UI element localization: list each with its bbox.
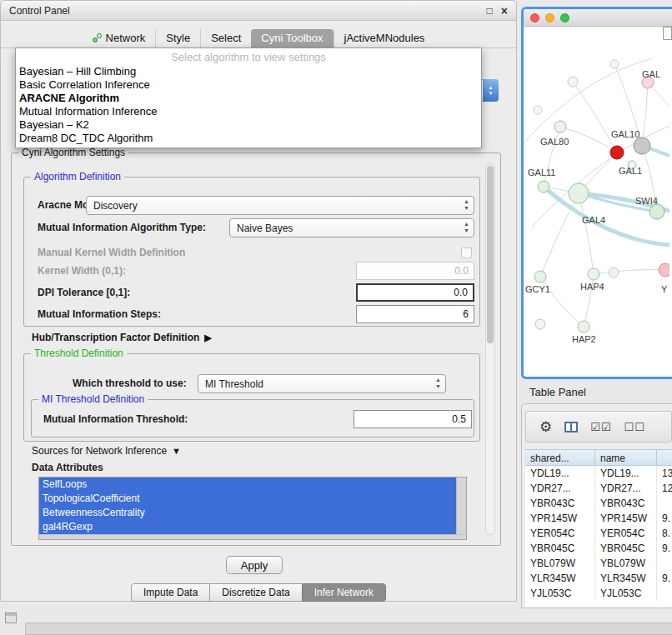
table-row[interactable]: YBR043CYBR043C xyxy=(525,496,672,511)
hub-definition-label: Hub/Transcription Factor Definition xyxy=(32,332,199,343)
network-node[interactable] xyxy=(634,138,650,154)
network-node-label: SWI4 xyxy=(635,196,658,206)
bottom-scrollbar-strip[interactable] xyxy=(25,622,672,635)
chevron-down-icon: ▼ xyxy=(172,446,181,456)
network-node[interactable] xyxy=(609,268,619,278)
close-traffic-light-icon[interactable] xyxy=(530,13,539,22)
mi-steps-label: Mutual Information Steps: xyxy=(38,305,161,324)
algorithm-option[interactable]: Dream8 DC_TDC Algorithm xyxy=(16,132,481,145)
collapsed-panel-icon[interactable] xyxy=(5,612,17,623)
network-edge[interactable] xyxy=(544,127,560,187)
table-row[interactable]: YDL19...YDL19...13 xyxy=(525,466,672,481)
network-edge[interactable] xyxy=(594,270,665,274)
hub-definition-header[interactable]: Hub/Transcription Factor Definition ▶ xyxy=(32,332,212,343)
bottom-tab-infer-network[interactable]: Infer Network xyxy=(302,583,386,602)
tab-label: Network xyxy=(106,32,146,44)
network-edge[interactable] xyxy=(579,193,594,274)
table-row[interactable]: YER054CYER054C8. xyxy=(525,526,672,541)
sources-header[interactable]: Sources for Network Inference ▼ xyxy=(32,445,181,457)
tab-cyni-toolbox[interactable]: Cyni Toolbox xyxy=(251,29,333,48)
data-attribute-item[interactable]: gal4RGexp xyxy=(39,520,456,534)
table-cell: YER054C xyxy=(595,526,657,541)
table-column-header[interactable]: name xyxy=(595,450,657,465)
gear-icon[interactable]: ⚙ xyxy=(539,420,552,434)
manual-kernel-width-checkbox[interactable] xyxy=(461,248,472,258)
tab-select[interactable]: Select xyxy=(200,29,251,48)
table-row[interactable]: YBR045CYBR045C9. xyxy=(525,541,672,556)
network-node-label: GAL4 xyxy=(582,215,605,225)
network-node[interactable] xyxy=(610,60,619,68)
mi-threshold-label: Mutual Information Threshold: xyxy=(43,410,188,429)
bottom-tab-discretize-data[interactable]: Discretize Data xyxy=(209,583,302,602)
table-row[interactable]: YJL053CYJL053C xyxy=(525,586,672,601)
minimize-traffic-light-icon[interactable] xyxy=(545,13,554,22)
settings-scrollbar[interactable] xyxy=(485,163,495,535)
network-node-gal80[interactable] xyxy=(554,121,566,132)
network-node-swi4[interactable] xyxy=(649,204,664,219)
table-cell: YDR27... xyxy=(525,481,595,496)
columns-icon[interactable] xyxy=(564,422,578,432)
network-window-titlebar[interactable] xyxy=(524,9,672,27)
combo-arrows-icon: ▲▼ xyxy=(435,377,441,390)
float-window-icon[interactable]: □ xyxy=(487,5,493,17)
data-attribute-item[interactable]: SelfLoops xyxy=(39,478,456,492)
algorithm-option[interactable]: Bayesian – Hill Climbing xyxy=(16,65,481,78)
network-node-gcy1[interactable] xyxy=(534,271,546,282)
table-cell: YJL053C xyxy=(525,586,595,601)
network-edge[interactable] xyxy=(540,193,579,277)
bottom-tab-impute-data[interactable]: Impute Data xyxy=(131,583,210,602)
table-cell xyxy=(657,556,672,571)
dpi-tolerance-input[interactable] xyxy=(356,283,474,302)
select-all-icon[interactable]: ☑☑ xyxy=(590,421,611,433)
control-panel-titlebar[interactable]: Control Panel □ × xyxy=(1,1,516,21)
tab-label: Select xyxy=(211,32,241,44)
mi-steps-input[interactable] xyxy=(356,305,474,323)
network-canvas[interactable]: GAL80GAL10GAL11GAL1SWI4GAL4GCY1HAP4HAP2Y… xyxy=(524,27,669,379)
network-overview-button[interactable] xyxy=(663,27,672,40)
table-row[interactable]: YPR145WYPR145W9. xyxy=(525,511,672,526)
settings-scrollbar-thumb[interactable] xyxy=(487,166,494,343)
network-node[interactable] xyxy=(568,77,578,87)
which-threshold-label: Which threshold to use: xyxy=(73,374,187,393)
zoom-traffic-light-icon[interactable] xyxy=(560,13,569,22)
which-threshold-combo[interactable]: MI Threshold ▲▼ xyxy=(198,374,446,393)
algorithm-option[interactable]: Mutual Information Inference xyxy=(16,105,481,118)
network-node-label: GAL xyxy=(642,69,660,79)
list-horizontal-scrollbar[interactable] xyxy=(39,534,466,539)
network-node-gal11[interactable] xyxy=(538,181,549,192)
table-row[interactable]: YDR27...YDR27...12 xyxy=(525,481,672,496)
data-attribute-item[interactable]: BetweennessCentrality xyxy=(39,506,456,520)
table-row[interactable]: YLR345WYLR345W9. xyxy=(525,571,672,586)
table-cell: YBR045C xyxy=(595,541,657,556)
algorithm-option[interactable]: Basic Correlation Inference xyxy=(16,78,481,92)
table-column-header[interactable]: shared... xyxy=(525,450,595,465)
mi-threshold-input[interactable] xyxy=(354,410,472,428)
network-node[interactable] xyxy=(535,319,545,329)
network-node-hap2[interactable] xyxy=(578,321,589,332)
list-vertical-scrollbar[interactable] xyxy=(456,478,466,534)
apply-button[interactable]: Apply xyxy=(226,556,283,574)
network-node-gal10[interactable] xyxy=(610,146,624,159)
mi-algorithm-type-combo[interactable]: Naive Bayes ▲▼ xyxy=(229,218,474,238)
network-canvas-container[interactable]: GAL80GAL10GAL11GAL1SWI4GAL4GCY1HAP4HAP2Y… xyxy=(524,27,672,376)
tab-style[interactable]: Style xyxy=(155,29,200,48)
aracne-mode-combo[interactable]: Discovery ▲▼ xyxy=(86,196,474,215)
network-node-y[interactable] xyxy=(659,263,669,277)
algorithm-option[interactable]: ARACNE Algorithm xyxy=(16,92,481,105)
network-node-gal4[interactable] xyxy=(569,183,589,203)
mi-threshold-group: MI Threshold Definition Mutual Informati… xyxy=(31,399,474,438)
tab-jactivemnodules[interactable]: jActiveMNodules xyxy=(333,29,435,48)
deselect-all-icon[interactable]: ☐☐ xyxy=(624,421,645,433)
algorithm-definition-title: Algorithm Definition xyxy=(31,171,124,182)
table-cell: YER054C xyxy=(525,526,595,541)
tab-network[interactable]: Network xyxy=(83,29,156,48)
table-column-header[interactable] xyxy=(657,450,672,465)
data-attributes-list[interactable]: SelfLoopsTopologicalCoefficientBetweenne… xyxy=(38,477,467,540)
data-attribute-item[interactable]: TopologicalCoefficient xyxy=(39,492,456,506)
algorithm-dropdown-popup: Select algorithm to view settings Bayesi… xyxy=(15,48,482,148)
network-node[interactable] xyxy=(534,106,542,114)
algorithm-option[interactable]: Bayesian – K2 xyxy=(16,118,481,132)
network-node-hap4[interactable] xyxy=(588,268,599,280)
close-icon[interactable]: × xyxy=(501,6,508,16)
table-row[interactable]: YBL079WYBL079W xyxy=(525,556,672,571)
